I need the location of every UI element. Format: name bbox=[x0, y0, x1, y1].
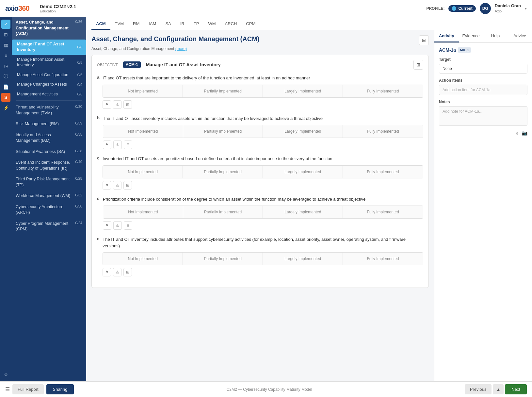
next-button[interactable]: Next bbox=[505, 384, 527, 394]
sidebar-sub-changes[interactable]: Manage Changes to Assets 0/9 bbox=[12, 80, 86, 90]
tab-wm[interactable]: WM bbox=[203, 19, 220, 30]
icon-bar-list[interactable]: ≡ bbox=[1, 51, 10, 60]
impl-b-fully[interactable]: Fully Implemented bbox=[343, 125, 423, 138]
sidebar-sub-management[interactable]: Management Activities 0/6 bbox=[12, 90, 86, 99]
action-items-input[interactable]: Add action item for ACM-1a bbox=[439, 85, 527, 95]
hamburger-icon[interactable]: ☰ bbox=[5, 386, 10, 392]
criteria-b-flag[interactable]: ⚑ bbox=[103, 141, 111, 149]
notes-textarea[interactable]: Add note for ACM-1a... bbox=[439, 106, 527, 126]
nav-up-arrow[interactable]: ▲ bbox=[493, 384, 504, 394]
criteria-c: c Inventoried IT and OT assets are prior… bbox=[97, 156, 423, 190]
tab-iam[interactable]: IAM bbox=[144, 19, 161, 30]
page-subtitle-more[interactable]: (more) bbox=[175, 46, 187, 51]
tab-rm[interactable]: RM bbox=[128, 19, 144, 30]
right-tab-help[interactable]: Help bbox=[483, 30, 508, 42]
right-tab-activity[interactable]: Activity bbox=[434, 30, 459, 42]
objective-badge[interactable]: ACM-1 bbox=[123, 61, 141, 68]
tab-tp[interactable]: TP bbox=[189, 19, 204, 30]
criteria-e-share[interactable]: ⊞ bbox=[123, 268, 132, 276]
impl-e-largely[interactable]: Largely Implemented bbox=[263, 253, 343, 265]
criteria-a-warn[interactable]: ⚠ bbox=[113, 100, 121, 109]
criteria-d-flag[interactable]: ⚑ bbox=[103, 221, 111, 230]
sidebar-sub-management-badge: 0/6 bbox=[77, 92, 82, 96]
criteria-a-flag[interactable]: ⚑ bbox=[103, 100, 111, 109]
impl-d-not[interactable]: Not Implemented bbox=[103, 206, 183, 218]
impl-e-not[interactable]: Not Implemented bbox=[103, 253, 183, 265]
impl-d-fully[interactable]: Fully Implemented bbox=[343, 206, 423, 218]
impl-b-partial[interactable]: Partially Implemented bbox=[183, 125, 263, 138]
criteria-c-share[interactable]: ⊞ bbox=[123, 181, 132, 190]
icon-bar-smiley[interactable]: ☺ bbox=[1, 370, 10, 379]
previous-button[interactable]: Previous bbox=[465, 384, 492, 394]
sidebar-main-label: Asset, Change, and Configuration Managem… bbox=[16, 20, 73, 37]
impl-a-not[interactable]: Not Implemented bbox=[103, 85, 183, 97]
criteria-a-actions: ⚑ ⚠ ⊞ bbox=[103, 100, 423, 109]
impl-a-largely[interactable]: Largely Implemented bbox=[263, 85, 343, 97]
right-tab-evidence[interactable]: Evidence bbox=[459, 30, 483, 42]
tab-ir[interactable]: IR bbox=[176, 19, 189, 30]
impl-b-largely[interactable]: Largely Implemented bbox=[263, 125, 343, 138]
notes-camera-icon[interactable]: 📷 bbox=[522, 130, 527, 136]
sidebar-sub-info-inventory[interactable]: Manage Information Asset Inventory 0/8 bbox=[12, 55, 86, 70]
logo[interactable]: axio360 bbox=[5, 4, 29, 13]
sidebar-main-acm[interactable]: Asset, Change, and Configuration Managem… bbox=[12, 17, 86, 40]
profile-toggle[interactable]: Current bbox=[448, 5, 476, 12]
tab-cpm[interactable]: CPM bbox=[241, 19, 260, 30]
criteria-e-flag[interactable]: ⚑ bbox=[103, 268, 111, 276]
criteria-d-warn[interactable]: ⚠ bbox=[113, 221, 122, 230]
icon-bar-s[interactable]: S bbox=[1, 93, 10, 102]
tab-arch[interactable]: ARCH bbox=[220, 19, 241, 30]
icon-bar-document[interactable]: 📄 bbox=[1, 82, 10, 91]
sidebar-tp[interactable]: Third Party Risk Management (TP) 0/25 bbox=[12, 174, 86, 190]
sidebar-wm[interactable]: Workforce Management (WM) 0/32 bbox=[12, 190, 86, 202]
criteria-c-warn[interactable]: ⚠ bbox=[113, 181, 121, 190]
app-subtitle: Education bbox=[40, 9, 427, 13]
impl-a-partial[interactable]: Partially Implemented bbox=[183, 85, 263, 97]
tab-acm[interactable]: ACM bbox=[91, 19, 110, 30]
tab-sa[interactable]: SA bbox=[161, 19, 175, 30]
impl-b-not[interactable]: Not Implemented bbox=[103, 125, 183, 138]
sidebar-rm-badge: 0/39 bbox=[75, 121, 82, 125]
sidebar-ir[interactable]: Event and Incident Response, Continuity … bbox=[12, 157, 86, 174]
icon-bar-clock[interactable]: ◷ bbox=[1, 61, 10, 71]
sidebar-arch[interactable]: Cybersecurity Architecture (ARCH) 0/58 bbox=[12, 202, 86, 218]
criteria-b-warn[interactable]: ⚠ bbox=[113, 141, 122, 149]
criteria-d-share[interactable]: ⊞ bbox=[124, 221, 132, 230]
target-select[interactable]: None MIL 1 MIL 2 MIL 3 bbox=[439, 64, 527, 74]
objective-icon-btn[interactable]: ⊞ bbox=[413, 60, 423, 70]
sidebar-sub-asset-config[interactable]: Manage Asset Configuration 0/5 bbox=[12, 70, 86, 80]
criteria-a-share[interactable]: ⊞ bbox=[123, 100, 132, 109]
impl-e-fully[interactable]: Fully Implemented bbox=[343, 253, 423, 265]
icon-bar-info[interactable]: ⓘ bbox=[1, 72, 10, 81]
sidebar-iam[interactable]: Identity and Access Management (IAM) 0/3… bbox=[12, 130, 86, 146]
sidebar-rm[interactable]: Risk Management (RM) 0/39 bbox=[12, 119, 86, 130]
impl-a-fully[interactable]: Fully Implemented bbox=[343, 85, 423, 97]
page-icon-btn[interactable]: ⊞ bbox=[419, 35, 429, 45]
impl-c-largely[interactable]: Largely Implemented bbox=[263, 166, 343, 178]
criteria-c-row: c Inventoried IT and OT assets are prior… bbox=[97, 156, 423, 190]
tab-tvm[interactable]: TVM bbox=[110, 19, 128, 30]
criteria-b-share[interactable]: ⊞ bbox=[124, 141, 132, 149]
icon-bar-lightning[interactable]: ⚡ bbox=[1, 103, 10, 112]
sidebar-sub-inventory[interactable]: Manage IT and OT Asset Inventory 0/8 bbox=[12, 40, 86, 55]
sharing-button[interactable]: Sharing bbox=[46, 384, 74, 394]
sidebar-arch-badge: 0/58 bbox=[75, 204, 82, 208]
impl-d-largely[interactable]: Largely Implemented bbox=[263, 206, 343, 218]
impl-d-partial[interactable]: Partially Implemented bbox=[183, 206, 263, 218]
criteria-e-warn[interactable]: ⚠ bbox=[113, 268, 121, 276]
icon-bar-chart[interactable]: ▦ bbox=[1, 41, 10, 50]
criteria-c-flag[interactable]: ⚑ bbox=[103, 181, 111, 190]
impl-e-partial[interactable]: Partially Implemented bbox=[183, 253, 263, 265]
impl-c-fully[interactable]: Fully Implemented bbox=[343, 166, 423, 178]
right-tab-advice[interactable]: Advice bbox=[508, 30, 532, 42]
icon-bar-grid[interactable]: ⊞ bbox=[1, 30, 10, 39]
sidebar-tvm[interactable]: Threat and Vulnerability Management (TVM… bbox=[12, 102, 86, 119]
chevron-down-icon[interactable]: ▾ bbox=[525, 6, 527, 11]
impl-c-not[interactable]: Not Implemented bbox=[103, 166, 183, 178]
icon-bar-check[interactable]: ✓ bbox=[1, 20, 10, 29]
sidebar-cpm[interactable]: Cyber Program Management (CPM) 0/24 bbox=[12, 218, 86, 235]
impl-c-partial[interactable]: Partially Implemented bbox=[183, 166, 263, 178]
sidebar-sa[interactable]: Situational Awareness (SA) 0/28 bbox=[12, 146, 86, 157]
notes-tag-icon[interactable]: 🏷 bbox=[516, 130, 521, 136]
full-report-button[interactable]: Full Report bbox=[12, 384, 44, 394]
